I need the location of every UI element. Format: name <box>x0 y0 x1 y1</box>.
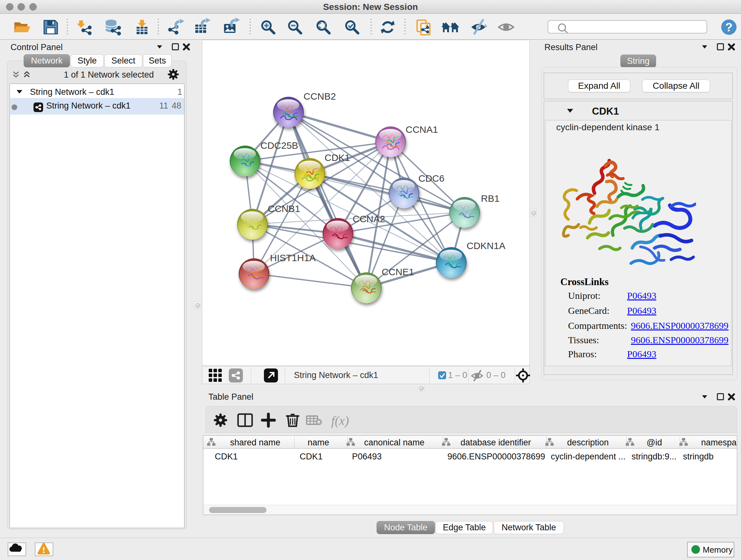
svg-text:CCNE1: CCNE1 <box>382 266 414 277</box>
svg-text:CCNB1: CCNB1 <box>268 203 300 214</box>
svg-text:CDC25B: CDC25B <box>260 140 298 151</box>
svg-text:CDK1: CDK1 <box>325 152 350 163</box>
svg-text:CDKN1A: CDKN1A <box>467 240 506 251</box>
svg-text:HIST1H1A: HIST1H1A <box>270 253 316 263</box>
svg-text:CCNB2: CCNB2 <box>304 91 336 102</box>
svg-text:CCNA2: CCNA2 <box>353 213 385 224</box>
svg-text:CDC6: CDC6 <box>418 173 445 184</box>
svg-text:?: ? <box>725 21 733 34</box>
svg-text:CCNA1: CCNA1 <box>406 124 438 135</box>
svg-text:RB1: RB1 <box>481 193 499 204</box>
